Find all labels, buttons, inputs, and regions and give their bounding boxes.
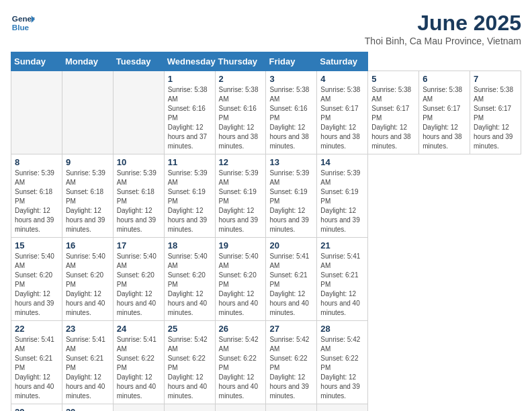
day-number: 26 (219, 324, 263, 334)
calendar-cell (113, 404, 164, 412)
calendar-cell: 10 Sunrise: 5:39 AMSunset: 6:18 PMDaylig… (113, 154, 164, 238)
logo: General Blue (11, 11, 35, 35)
cell-detail: Sunrise: 5:41 AMSunset: 6:21 PMDaylight:… (269, 253, 309, 316)
cell-detail: Sunrise: 5:39 AMSunset: 6:18 PMDaylight:… (15, 169, 54, 233)
column-header-thursday: Thursday (215, 52, 266, 71)
cell-detail: Sunrise: 5:40 AMSunset: 6:20 PMDaylight:… (66, 253, 105, 316)
day-number: 25 (168, 324, 212, 334)
calendar-cell: 29 Sunrise: 5:43 AMSunset: 6:22 PMDaylig… (11, 404, 62, 412)
logo-icon: General Blue (11, 11, 35, 35)
calendar-cell: 13 Sunrise: 5:39 AMSunset: 6:19 PMDaylig… (266, 154, 317, 238)
column-header-monday: Monday (62, 52, 113, 71)
calendar-cell: 14 Sunrise: 5:39 AMSunset: 6:19 PMDaylig… (317, 154, 368, 238)
calendar-week-1: 8 Sunrise: 5:39 AMSunset: 6:18 PMDayligh… (11, 154, 521, 238)
cell-detail: Sunrise: 5:39 AMSunset: 6:19 PMDaylight:… (219, 169, 259, 233)
cell-detail: Sunrise: 5:39 AMSunset: 6:19 PMDaylight:… (320, 169, 360, 233)
day-number: 14 (320, 157, 364, 167)
day-number: 24 (117, 324, 161, 334)
cell-detail: Sunrise: 5:39 AMSunset: 6:19 PMDaylight:… (269, 169, 309, 233)
calendar-cell: 7 Sunrise: 5:38 AMSunset: 6:17 PMDayligh… (470, 71, 521, 154)
day-number: 23 (66, 324, 109, 334)
day-number: 7 (474, 74, 517, 84)
cell-detail: Sunrise: 5:41 AMSunset: 6:22 PMDaylight:… (117, 336, 157, 400)
calendar-table: SundayMondayTuesdayWednesdayThursdayFrid… (11, 52, 521, 411)
calendar-cell: 24 Sunrise: 5:41 AMSunset: 6:22 PMDaylig… (113, 321, 164, 404)
calendar-cell: 20 Sunrise: 5:41 AMSunset: 6:21 PMDaylig… (266, 238, 317, 321)
calendar-cell (113, 71, 164, 154)
cell-detail: Sunrise: 5:39 AMSunset: 6:19 PMDaylight:… (168, 169, 208, 233)
cell-detail: Sunrise: 5:40 AMSunset: 6:20 PMDaylight:… (15, 253, 54, 316)
calendar-cell (215, 404, 266, 412)
calendar-cell: 3 Sunrise: 5:38 AMSunset: 6:16 PMDayligh… (266, 71, 317, 154)
calendar-week-2: 15 Sunrise: 5:40 AMSunset: 6:20 PMDaylig… (11, 238, 521, 321)
calendar-cell: 9 Sunrise: 5:39 AMSunset: 6:18 PMDayligh… (62, 154, 113, 238)
day-number: 11 (168, 157, 212, 167)
day-number: 13 (269, 157, 313, 167)
day-number: 18 (168, 240, 212, 250)
calendar-cell (62, 71, 113, 154)
calendar-cell: 27 Sunrise: 5:42 AMSunset: 6:22 PMDaylig… (266, 321, 317, 404)
title-section: June 2025 Thoi Binh, Ca Mau Province, Vi… (365, 11, 521, 46)
day-number: 4 (320, 74, 364, 84)
day-number: 12 (219, 157, 263, 167)
day-number: 2 (219, 74, 263, 84)
calendar-week-4: 29 Sunrise: 5:43 AMSunset: 6:22 PMDaylig… (11, 404, 521, 412)
day-number: 21 (320, 240, 364, 250)
calendar-cell: 30 Sunrise: 5:43 AMSunset: 6:23 PMDaylig… (62, 404, 113, 412)
cell-detail: Sunrise: 5:39 AMSunset: 6:18 PMDaylight:… (66, 169, 105, 233)
cell-detail: Sunrise: 5:38 AMSunset: 6:17 PMDaylight:… (320, 86, 360, 150)
cell-detail: Sunrise: 5:42 AMSunset: 6:22 PMDaylight:… (168, 336, 208, 400)
day-number: 8 (15, 157, 58, 167)
svg-text:Blue: Blue (12, 23, 30, 32)
cell-detail: Sunrise: 5:39 AMSunset: 6:18 PMDaylight:… (117, 169, 157, 233)
cell-detail: Sunrise: 5:38 AMSunset: 6:17 PMDaylight:… (423, 86, 462, 150)
calendar-cell: 5 Sunrise: 5:38 AMSunset: 6:17 PMDayligh… (368, 71, 419, 154)
calendar-cell (164, 404, 215, 412)
calendar-cell: 8 Sunrise: 5:39 AMSunset: 6:18 PMDayligh… (11, 154, 62, 238)
day-number: 6 (423, 74, 466, 84)
calendar-cell: 16 Sunrise: 5:40 AMSunset: 6:20 PMDaylig… (62, 238, 113, 321)
calendar-cell: 15 Sunrise: 5:40 AMSunset: 6:20 PMDaylig… (11, 238, 62, 321)
day-number: 17 (117, 240, 161, 250)
cell-detail: Sunrise: 5:38 AMSunset: 6:16 PMDaylight:… (269, 86, 309, 150)
day-number: 28 (320, 324, 364, 334)
calendar-header-row: SundayMondayTuesdayWednesdayThursdayFrid… (11, 52, 521, 71)
column-header-tuesday: Tuesday (113, 52, 164, 71)
calendar-cell: 22 Sunrise: 5:41 AMSunset: 6:21 PMDaylig… (11, 321, 62, 404)
calendar-cell: 12 Sunrise: 5:39 AMSunset: 6:19 PMDaylig… (215, 154, 266, 238)
day-number: 15 (15, 240, 58, 250)
cell-detail: Sunrise: 5:42 AMSunset: 6:22 PMDaylight:… (219, 336, 259, 400)
day-number: 20 (269, 240, 313, 250)
day-number: 5 (371, 74, 415, 84)
cell-detail: Sunrise: 5:38 AMSunset: 6:17 PMDaylight:… (474, 86, 513, 150)
calendar-cell: 17 Sunrise: 5:40 AMSunset: 6:20 PMDaylig… (113, 238, 164, 321)
cell-detail: Sunrise: 5:38 AMSunset: 6:16 PMDaylight:… (219, 86, 259, 150)
day-number: 10 (117, 157, 161, 167)
calendar-cell: 21 Sunrise: 5:41 AMSunset: 6:21 PMDaylig… (317, 238, 368, 321)
calendar-week-0: 1 Sunrise: 5:38 AMSunset: 6:16 PMDayligh… (11, 71, 521, 154)
day-number: 9 (66, 157, 109, 167)
cell-detail: Sunrise: 5:42 AMSunset: 6:22 PMDaylight:… (269, 336, 309, 400)
cell-detail: Sunrise: 5:40 AMSunset: 6:20 PMDaylight:… (117, 253, 157, 316)
cell-detail: Sunrise: 5:41 AMSunset: 6:21 PMDaylight:… (15, 336, 54, 400)
calendar-cell: 18 Sunrise: 5:40 AMSunset: 6:20 PMDaylig… (164, 238, 215, 321)
calendar-week-3: 22 Sunrise: 5:41 AMSunset: 6:21 PMDaylig… (11, 321, 521, 404)
cell-detail: Sunrise: 5:41 AMSunset: 6:21 PMDaylight:… (320, 253, 360, 316)
cell-detail: Sunrise: 5:40 AMSunset: 6:20 PMDaylight:… (168, 253, 208, 316)
day-number: 1 (168, 74, 212, 84)
calendar-cell: 25 Sunrise: 5:42 AMSunset: 6:22 PMDaylig… (164, 321, 215, 404)
cell-detail: Sunrise: 5:42 AMSunset: 6:22 PMDaylight:… (320, 336, 360, 400)
cell-detail: Sunrise: 5:38 AMSunset: 6:16 PMDaylight:… (168, 86, 208, 150)
calendar-cell: 11 Sunrise: 5:39 AMSunset: 6:19 PMDaylig… (164, 154, 215, 238)
cell-detail: Sunrise: 5:38 AMSunset: 6:17 PMDaylight:… (371, 86, 411, 150)
calendar-cell: 1 Sunrise: 5:38 AMSunset: 6:16 PMDayligh… (164, 71, 215, 154)
calendar-cell (11, 71, 62, 154)
calendar-cell: 19 Sunrise: 5:40 AMSunset: 6:20 PMDaylig… (215, 238, 266, 321)
calendar-cell: 23 Sunrise: 5:41 AMSunset: 6:21 PMDaylig… (62, 321, 113, 404)
day-number: 29 (15, 407, 58, 411)
day-number: 22 (15, 324, 58, 334)
day-number: 30 (66, 407, 109, 411)
calendar-cell: 4 Sunrise: 5:38 AMSunset: 6:17 PMDayligh… (317, 71, 368, 154)
column-header-wednesday: Wednesday (164, 52, 215, 71)
calendar-cell: 26 Sunrise: 5:42 AMSunset: 6:22 PMDaylig… (215, 321, 266, 404)
